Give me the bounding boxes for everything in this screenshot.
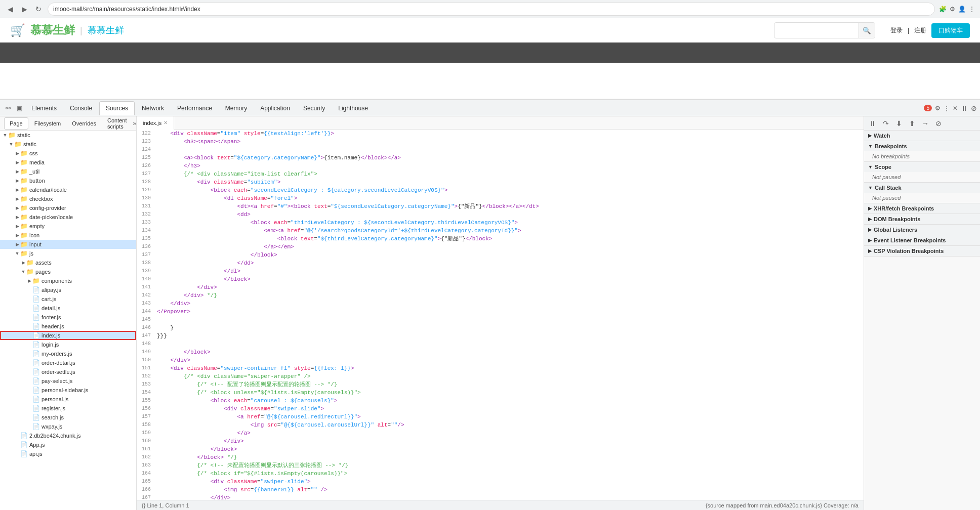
no-pause-icon[interactable]: ⊘ — [971, 104, 977, 112]
event-header[interactable]: ▶ Event Listener Breakpoints — [864, 235, 980, 245]
tree-item-checkbox[interactable]: ▶ 📁 checkbox — [0, 194, 136, 203]
profile-icon[interactable]: 👤 — [958, 6, 966, 13]
menu-icon[interactable]: ⋮ — [969, 6, 975, 13]
more-icon[interactable]: ⋮ — [944, 105, 950, 112]
event-arrow-icon: ▶ — [868, 238, 872, 243]
tree-item-button[interactable]: ▶ 📁 button — [0, 176, 136, 185]
code-area[interactable]: 122 <div className="item" style={{textAl… — [137, 130, 864, 500]
step-button[interactable]: → — [920, 118, 931, 129]
step-in-button[interactable]: ⬇ — [893, 118, 905, 129]
search-button[interactable]: 🔍 — [859, 22, 875, 38]
tab-network[interactable]: Network — [136, 101, 170, 115]
tab-performance[interactable]: Performance — [171, 101, 218, 115]
login-link[interactable]: 登录 — [890, 26, 903, 35]
refresh-button[interactable]: ↻ — [33, 4, 44, 14]
tab-security[interactable]: Security — [297, 101, 331, 115]
watch-header[interactable]: ▶ Watch — [864, 131, 980, 141]
xhr-header[interactable]: ▶ XHR/fetch Breakpoints — [864, 203, 980, 214]
account-icon[interactable]: ⚙ — [950, 6, 955, 13]
tree-item-appjs[interactable]: ▶ 📄 App.js — [0, 440, 136, 449]
subtab-more[interactable]: » — [133, 120, 136, 127]
tree-item-assets[interactable]: ▶ 📁 assets — [0, 258, 136, 267]
subtab-filesystem[interactable]: Filesystem — [29, 117, 66, 130]
subtab-content-scripts[interactable]: Content scripts — [102, 117, 132, 130]
csp-header[interactable]: ▶ CSP Violation Breakpoints — [864, 246, 980, 256]
tree-item-static-root[interactable]: ▼ 📁 static — [0, 131, 136, 140]
pause-button[interactable]: ⏸ — [867, 118, 878, 129]
tree-item-util[interactable]: ▶ 📁 _util — [0, 167, 136, 176]
tree-item-order-detail[interactable]: ▶ 📄 order-detail.js — [0, 358, 136, 367]
tree-item-personal-sidebar[interactable]: ▶ 📄 personal-sidebar.js — [0, 386, 136, 395]
subtab-page[interactable]: Page — [4, 117, 28, 130]
tree-item-components[interactable]: ▶ 📁 components — [0, 276, 136, 285]
breakpoints-header[interactable]: ▼ Breakpoints — [864, 141, 980, 151]
tree-item-css[interactable]: ▶ 📁 css — [0, 149, 136, 158]
tree-item-chunk[interactable]: ▶ 📄 2.db2be424.chunk.js — [0, 431, 136, 440]
forward-button[interactable]: ▶ — [19, 4, 29, 14]
devtools-dock-button[interactable]: ▣ — [14, 103, 24, 113]
settings-icon[interactable]: ⚙ — [935, 105, 941, 112]
pause-icon[interactable]: ⏸ — [961, 104, 968, 112]
tab-elements[interactable]: Elements — [25, 101, 63, 115]
tab-application[interactable]: Application — [254, 101, 296, 115]
tree-item-detail[interactable]: ▶ 📄 detail.js — [0, 304, 136, 313]
step-over-button[interactable]: ↷ — [880, 118, 891, 129]
code-line: 143 </div> — [137, 300, 864, 308]
tab-memory[interactable]: Memory — [219, 101, 253, 115]
code-line: 152 {/* <div className="swiper-wrapper" … — [137, 372, 864, 380]
tree-item-apijs[interactable]: ▶ 📄 api.js — [0, 449, 136, 458]
tree-item-footer[interactable]: ▶ 📄 footer.js — [0, 313, 136, 322]
address-bar[interactable]: imooc-mall/src/main/resources/static/ind… — [48, 3, 935, 16]
tree-item-pay-select[interactable]: ▶ 📄 pay-select.js — [0, 376, 136, 386]
tree-item-login[interactable]: ▶ 📄 login.js — [0, 340, 136, 349]
tree-item-media[interactable]: ▶ 📁 media — [0, 158, 136, 167]
subtab-overrides[interactable]: Overrides — [67, 117, 101, 130]
close-devtools-icon[interactable]: ✕ — [953, 105, 958, 112]
scope-header[interactable]: ▼ Scope — [864, 162, 980, 172]
search-input[interactable] — [774, 27, 859, 34]
tree-item-config-provider[interactable]: ▶ 📁 config-provider — [0, 203, 136, 212]
tree-item-icon[interactable]: ▶ 📁 icon — [0, 231, 136, 240]
step-out-button[interactable]: ⬆ — [907, 118, 918, 129]
tree-item-header[interactable]: ▶ 📄 header.js — [0, 322, 136, 331]
back-button[interactable]: ◀ — [5, 4, 15, 14]
global-header[interactable]: ▶ Global Listeners — [864, 225, 980, 235]
tree-label: css — [29, 150, 38, 156]
tab-lighthouse[interactable]: Lighthouse — [332, 101, 374, 115]
tree-item-pages[interactable]: ▼ 📁 pages — [0, 267, 136, 276]
deactivate-breakpoints-button[interactable]: ⊘ — [933, 118, 944, 129]
tree-item-order-settle[interactable]: ▶ 📄 order-settle.js — [0, 367, 136, 376]
tab-sources[interactable]: Sources — [99, 101, 135, 115]
tree-item-search[interactable]: ▶ 📄 search.js — [0, 413, 136, 422]
file-tree: ▼ 📁 static ▼ 📁 static ▶ 📁 css ▶ 📁 — [0, 131, 136, 510]
register-link[interactable]: 注册 — [914, 26, 926, 35]
tree-item-calendar[interactable]: ▶ 📁 calendar/locale — [0, 185, 136, 194]
tree-item-js[interactable]: ▼ 📁 js — [0, 249, 136, 258]
tab-console[interactable]: Console — [64, 101, 98, 115]
editor-tab-indexjs[interactable]: index.js ✕ — [137, 116, 174, 130]
cart-button[interactable]: 口购物车 — [931, 23, 970, 38]
tree-item-myorders[interactable]: ▶ 📄 my-orders.js — [0, 349, 136, 358]
search-bar[interactable]: 🔍 — [774, 22, 875, 38]
tree-item-datepicker[interactable]: ▶ 📁 date-picker/locale — [0, 212, 136, 222]
dom-header[interactable]: ▶ DOM Breakpoints — [864, 214, 980, 224]
tree-item-personal[interactable]: ▶ 📄 personal.js — [0, 395, 136, 404]
tree-item-wxpay[interactable]: ▶ 📄 wxpay.js — [0, 422, 136, 431]
close-tab-icon[interactable]: ✕ — [164, 120, 168, 125]
folder-icon: 📁 — [20, 177, 28, 184]
code-line: 144 </Popover> — [137, 308, 864, 316]
call-stack-header[interactable]: ▼ Call Stack — [864, 183, 980, 193]
site-header: 🛒 慕慕生鲜 | 慕慕生鲜 🔍 登录 | 注册 口购物车 — [0, 18, 980, 42]
tree-item-alipay[interactable]: ▶ 📄 alipay.js — [0, 285, 136, 294]
tree-item-register[interactable]: ▶ 📄 register.js — [0, 404, 136, 413]
tree-item-empty[interactable]: ▶ 📁 empty — [0, 222, 136, 231]
tree-item-input[interactable]: ▶ 📁 input — [0, 240, 136, 249]
folder-icon: 📁 — [20, 214, 28, 221]
puzzle-icon[interactable]: 🧩 — [939, 6, 947, 13]
code-line: 161 </block> — [137, 445, 864, 453]
tree-item-indexjs[interactable]: ▶ 📄 index.js — [0, 331, 136, 340]
tree-item-cart[interactable]: ▶ 📄 cart.js — [0, 294, 136, 304]
tree-item-static[interactable]: ▼ 📁 static — [0, 140, 136, 149]
arrow-icon: ▶ — [14, 242, 20, 247]
devtools-toggle-button[interactable]: ⚯ — [3, 103, 13, 113]
